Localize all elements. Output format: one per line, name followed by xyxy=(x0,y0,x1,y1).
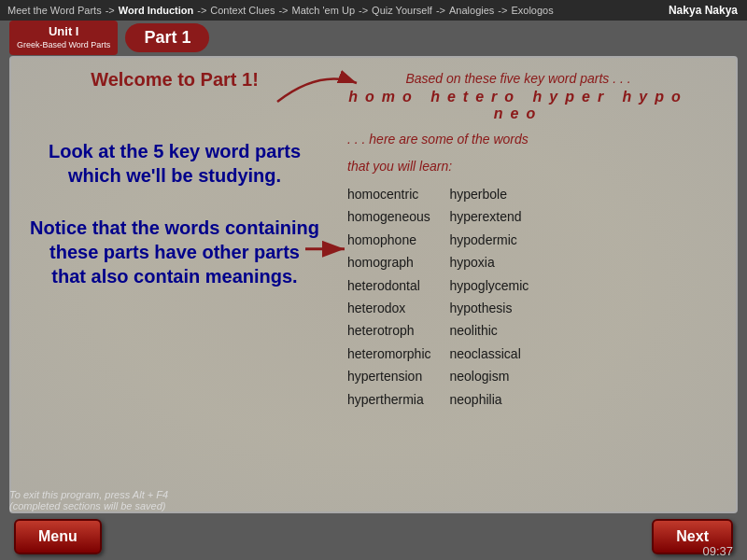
nav-arrow-4: -> xyxy=(359,5,368,16)
word-item: homogeneous xyxy=(347,206,431,227)
word-item: heterodontal xyxy=(347,275,431,296)
word-item: homocentric xyxy=(347,184,431,204)
unit-sublabel: Greek-Based Word Parts xyxy=(17,40,110,51)
unit-box: Unit I Greek-Based Word Parts xyxy=(9,21,118,55)
word-item: homophone xyxy=(347,230,431,250)
word-item: hypertension xyxy=(347,366,431,386)
nav-arrow-5: -> xyxy=(436,5,445,16)
menu-button[interactable]: Menu xyxy=(14,519,102,554)
nav-arrow-2: -> xyxy=(197,5,206,16)
words-column-2: hyperbolehyperextendhypodermichypoxiahyp… xyxy=(450,184,529,410)
nav-match[interactable]: Match 'em Up xyxy=(292,5,356,16)
word-item: hypoxia xyxy=(450,252,529,273)
unit-header: Unit I Greek-Based Word Parts Part 1 xyxy=(9,21,209,55)
key-parts-display: homo hetero hyper hypo neo xyxy=(319,89,717,122)
word-list-section: . . . here are some of the words that yo… xyxy=(319,130,717,511)
instruction-block-2: Notice that the words containing these p… xyxy=(30,216,319,288)
intro-section: Based on these five key word parts . . .… xyxy=(319,69,717,122)
content-top: Welcome to Part 1! Based on these five k… xyxy=(11,58,736,130)
words-column-1: homocentrichomogeneoushomophonehomograph… xyxy=(347,184,431,410)
words-container: homocentrichomogeneoushomophonehomograph… xyxy=(347,184,717,410)
word-item: neologism xyxy=(450,366,529,386)
intro-text-line1: Based on these five key word parts . . . xyxy=(319,69,717,89)
word-item: hypodermic xyxy=(450,230,529,250)
left-instructions: Look at the 5 key word parts which we'll… xyxy=(30,130,319,511)
user-display: Nakya Nakya xyxy=(669,4,738,17)
nav-arrow-1: -> xyxy=(106,5,115,16)
nav-context[interactable]: Context Clues xyxy=(210,5,275,16)
instruction-block-1: Look at the 5 key word parts which we'll… xyxy=(30,139,319,188)
word-item: heterodox xyxy=(347,298,431,318)
learn-text-1: . . . here are some of the words xyxy=(347,130,717,149)
instruction-block-2-text: Notice that the words containing these p… xyxy=(30,217,319,287)
word-item: homograph xyxy=(347,252,431,273)
nav-exologos[interactable]: Exologos xyxy=(511,5,553,16)
learn-text-2: that you will learn: xyxy=(347,157,717,176)
clock-display: 09:37 xyxy=(702,544,733,558)
part-badge: Part 1 xyxy=(125,23,209,52)
top-navigation: Meet the Word Parts -> Word Induction ->… xyxy=(0,0,747,21)
word-item: hyperbole xyxy=(450,184,529,204)
word-item: hyperextend xyxy=(450,206,529,227)
word-item: hypothesis xyxy=(450,298,529,318)
nav-arrow-6: -> xyxy=(498,5,507,16)
nav-quiz[interactable]: Quiz Yourself xyxy=(372,5,432,16)
word-item: hyperthermia xyxy=(347,389,431,410)
nav-word-induction[interactable]: Word Induction xyxy=(119,5,193,16)
nav-arrow-3: -> xyxy=(278,5,288,16)
nav-meet[interactable]: Meet the Word Parts xyxy=(7,5,102,16)
nav-analogies[interactable]: Analogies xyxy=(449,5,494,16)
arrow-pointing-right-intro xyxy=(273,64,366,111)
word-item: neolithic xyxy=(450,320,529,341)
word-item: heterotroph xyxy=(347,320,431,341)
word-item: hypoglycemic xyxy=(450,275,529,296)
bottom-bar: Menu Next xyxy=(0,513,747,560)
content-body: Look at the 5 key word parts which we'll… xyxy=(11,130,736,511)
arrow-right-icon xyxy=(305,235,352,269)
word-item: neoclassical xyxy=(450,343,529,364)
word-item: heteromorphic xyxy=(347,343,431,364)
word-item: neophilia xyxy=(450,389,529,410)
main-content: Welcome to Part 1! Based on these five k… xyxy=(9,56,738,513)
unit-label: Unit I xyxy=(17,24,110,40)
